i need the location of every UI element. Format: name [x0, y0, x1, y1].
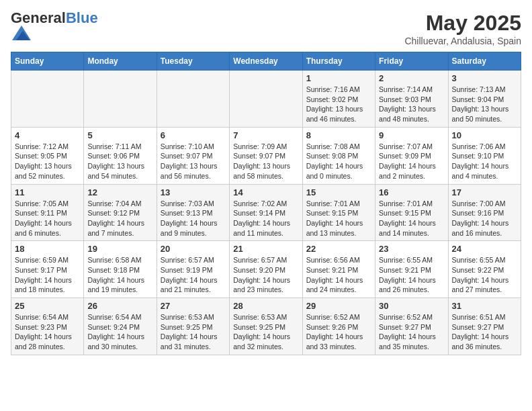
day-info: Sunrise: 6:55 AMSunset: 9:22 PMDaylight:…	[452, 255, 517, 295]
weekday-header: Wednesday	[230, 52, 302, 71]
day-info: Sunrise: 6:57 AMSunset: 9:20 PMDaylight:…	[233, 255, 298, 295]
day-info: Sunrise: 6:58 AMSunset: 9:18 PMDaylight:…	[87, 255, 152, 295]
day-info: Sunrise: 7:03 AMSunset: 9:13 PMDaylight:…	[161, 199, 226, 238]
calendar-week-row: 4Sunrise: 7:12 AMSunset: 9:05 PMDaylight…	[11, 127, 521, 184]
day-number: 14	[233, 187, 298, 197]
day-info: Sunrise: 7:12 AMSunset: 9:05 PMDaylight:…	[15, 142, 80, 181]
calendar-day-cell: 25Sunrise: 6:54 AMSunset: 9:23 PMDayligh…	[11, 298, 84, 355]
day-info: Sunrise: 7:08 AMSunset: 9:08 PMDaylight:…	[306, 142, 371, 181]
weekday-header: Tuesday	[157, 52, 229, 71]
calendar-table: SundayMondayTuesdayWednesdayThursdayFrid…	[11, 52, 521, 355]
day-number: 6	[161, 130, 226, 140]
day-info: Sunrise: 7:10 AMSunset: 9:07 PMDaylight:…	[161, 142, 226, 181]
day-info: Sunrise: 6:55 AMSunset: 9:21 PMDaylight:…	[379, 255, 444, 295]
day-info: Sunrise: 7:16 AMSunset: 9:02 PMDaylight:…	[306, 85, 371, 124]
logo-general: General	[11, 9, 66, 26]
day-info: Sunrise: 6:51 AMSunset: 9:27 PMDaylight:…	[452, 312, 517, 352]
calendar-day-cell: 1Sunrise: 7:16 AMSunset: 9:02 PMDaylight…	[302, 71, 375, 128]
calendar-day-cell: 7Sunrise: 7:09 AMSunset: 9:07 PMDaylight…	[230, 127, 302, 184]
day-info: Sunrise: 7:02 AMSunset: 9:14 PMDaylight:…	[233, 199, 298, 238]
logo: GeneralBlue	[11, 11, 98, 43]
day-number: 29	[306, 301, 371, 311]
day-info: Sunrise: 6:52 AMSunset: 9:26 PMDaylight:…	[306, 312, 371, 352]
calendar-day-cell: 24Sunrise: 6:55 AMSunset: 9:22 PMDayligh…	[448, 241, 521, 298]
calendar-day-cell: 6Sunrise: 7:10 AMSunset: 9:07 PMDaylight…	[157, 127, 229, 184]
calendar-day-cell	[84, 71, 157, 128]
day-number: 2	[379, 73, 444, 83]
day-number: 31	[452, 301, 517, 311]
day-number: 1	[306, 73, 371, 83]
day-number: 4	[15, 130, 80, 140]
calendar-day-cell: 19Sunrise: 6:58 AMSunset: 9:18 PMDayligh…	[84, 241, 157, 298]
header-row: SundayMondayTuesdayWednesdayThursdayFrid…	[11, 52, 521, 71]
day-info: Sunrise: 7:05 AMSunset: 9:11 PMDaylight:…	[15, 199, 80, 238]
title-block: May 2025 Chilluevar, Andalusia, Spain	[404, 11, 521, 46]
day-number: 19	[87, 244, 152, 254]
day-number: 27	[161, 301, 226, 311]
weekday-header: Sunday	[11, 52, 84, 71]
location-subtitle: Chilluevar, Andalusia, Spain	[404, 36, 521, 46]
weekday-header: Friday	[375, 52, 448, 71]
calendar-day-cell: 17Sunrise: 7:00 AMSunset: 9:16 PMDayligh…	[448, 184, 521, 241]
calendar-day-cell: 22Sunrise: 6:56 AMSunset: 9:21 PMDayligh…	[302, 241, 375, 298]
calendar-week-row: 25Sunrise: 6:54 AMSunset: 9:23 PMDayligh…	[11, 298, 521, 355]
calendar-body: 1Sunrise: 7:16 AMSunset: 9:02 PMDaylight…	[11, 71, 521, 355]
calendar-day-cell: 9Sunrise: 7:07 AMSunset: 9:09 PMDaylight…	[375, 127, 448, 184]
day-number: 21	[233, 244, 298, 254]
day-number: 26	[87, 301, 152, 311]
day-info: Sunrise: 6:53 AMSunset: 9:25 PMDaylight:…	[233, 312, 298, 352]
calendar-day-cell: 5Sunrise: 7:11 AMSunset: 9:06 PMDaylight…	[84, 127, 157, 184]
calendar-day-cell: 31Sunrise: 6:51 AMSunset: 9:27 PMDayligh…	[448, 298, 521, 355]
calendar-day-cell: 16Sunrise: 7:01 AMSunset: 9:15 PMDayligh…	[375, 184, 448, 241]
calendar-day-cell: 12Sunrise: 7:04 AMSunset: 9:12 PMDayligh…	[84, 184, 157, 241]
calendar-day-cell: 20Sunrise: 6:57 AMSunset: 9:19 PMDayligh…	[157, 241, 229, 298]
day-info: Sunrise: 6:52 AMSunset: 9:27 PMDaylight:…	[379, 312, 444, 352]
calendar-day-cell: 11Sunrise: 7:05 AMSunset: 9:11 PMDayligh…	[11, 184, 84, 241]
calendar-day-cell: 14Sunrise: 7:02 AMSunset: 9:14 PMDayligh…	[230, 184, 302, 241]
calendar-day-cell: 29Sunrise: 6:52 AMSunset: 9:26 PMDayligh…	[302, 298, 375, 355]
day-number: 18	[15, 244, 80, 254]
calendar-day-cell: 27Sunrise: 6:53 AMSunset: 9:25 PMDayligh…	[157, 298, 229, 355]
day-info: Sunrise: 6:57 AMSunset: 9:19 PMDaylight:…	[161, 255, 226, 295]
day-info: Sunrise: 6:54 AMSunset: 9:24 PMDaylight:…	[87, 312, 152, 352]
weekday-header: Saturday	[448, 52, 521, 71]
logo-icon	[12, 26, 31, 40]
day-number: 23	[379, 244, 444, 254]
day-number: 15	[306, 187, 371, 197]
day-info: Sunrise: 6:54 AMSunset: 9:23 PMDaylight:…	[15, 312, 80, 352]
day-number: 30	[379, 301, 444, 311]
page-header: GeneralBlue May 2025 Chilluevar, Andalus…	[11, 11, 521, 46]
calendar-day-cell: 28Sunrise: 6:53 AMSunset: 9:25 PMDayligh…	[230, 298, 302, 355]
day-number: 11	[15, 187, 80, 197]
calendar-week-row: 1Sunrise: 7:16 AMSunset: 9:02 PMDaylight…	[11, 71, 521, 128]
calendar-day-cell: 4Sunrise: 7:12 AMSunset: 9:05 PMDaylight…	[11, 127, 84, 184]
day-info: Sunrise: 7:06 AMSunset: 9:10 PMDaylight:…	[452, 142, 517, 181]
calendar-week-row: 11Sunrise: 7:05 AMSunset: 9:11 PMDayligh…	[11, 184, 521, 241]
day-info: Sunrise: 7:04 AMSunset: 9:12 PMDaylight:…	[87, 199, 152, 238]
calendar-day-cell: 23Sunrise: 6:55 AMSunset: 9:21 PMDayligh…	[375, 241, 448, 298]
day-number: 16	[379, 187, 444, 197]
day-info: Sunrise: 7:09 AMSunset: 9:07 PMDaylight:…	[233, 142, 298, 181]
calendar-day-cell	[11, 71, 84, 128]
day-number: 3	[452, 73, 517, 83]
day-number: 7	[233, 130, 298, 140]
day-number: 5	[87, 130, 152, 140]
calendar-day-cell: 21Sunrise: 6:57 AMSunset: 9:20 PMDayligh…	[230, 241, 302, 298]
calendar-day-cell: 2Sunrise: 7:14 AMSunset: 9:03 PMDaylight…	[375, 71, 448, 128]
day-info: Sunrise: 7:07 AMSunset: 9:09 PMDaylight:…	[379, 142, 444, 181]
day-number: 12	[87, 187, 152, 197]
calendar-day-cell: 18Sunrise: 6:59 AMSunset: 9:17 PMDayligh…	[11, 241, 84, 298]
day-number: 28	[233, 301, 298, 311]
day-info: Sunrise: 6:59 AMSunset: 9:17 PMDaylight:…	[15, 255, 80, 295]
day-number: 9	[379, 130, 444, 140]
day-number: 10	[452, 130, 517, 140]
calendar-day-cell: 3Sunrise: 7:13 AMSunset: 9:04 PMDaylight…	[448, 71, 521, 128]
day-number: 8	[306, 130, 371, 140]
day-info: Sunrise: 7:01 AMSunset: 9:15 PMDaylight:…	[379, 199, 444, 238]
day-number: 25	[15, 301, 80, 311]
calendar-day-cell: 8Sunrise: 7:08 AMSunset: 9:08 PMDaylight…	[302, 127, 375, 184]
logo-blue: Blue	[66, 9, 98, 26]
calendar-header: SundayMondayTuesdayWednesdayThursdayFrid…	[11, 52, 521, 71]
day-info: Sunrise: 7:00 AMSunset: 9:16 PMDaylight:…	[452, 199, 517, 238]
calendar-day-cell: 30Sunrise: 6:52 AMSunset: 9:27 PMDayligh…	[375, 298, 448, 355]
